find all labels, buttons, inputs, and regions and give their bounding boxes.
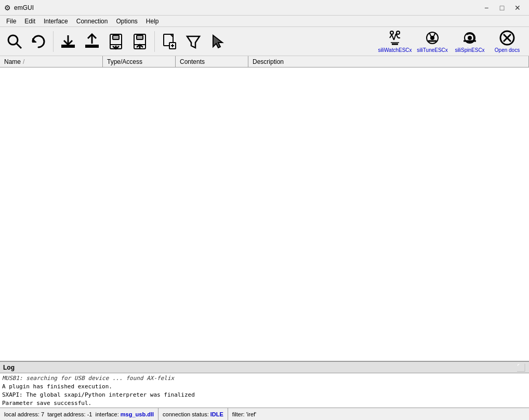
title-bar-title: emGUI <box>14 4 34 11</box>
sili-watch-escx-button[interactable]: siliWatchESCx <box>376 29 414 55</box>
toolbar-separator-2 <box>154 31 155 52</box>
open-docs-label: Open docs <box>495 47 520 53</box>
status-local-address: local address: 7 target address: -1 inte… <box>0 408 158 420</box>
menu-bar: FileEditInterfaceConnectionOptionsHelp <box>0 16 529 27</box>
status-bar: local address: 7 target address: -1 inte… <box>0 408 529 420</box>
new-file-button[interactable] <box>158 30 181 53</box>
menu-item-connection[interactable]: Connection <box>72 17 112 26</box>
sili-spin-escx-label: siliSpinESCx <box>455 47 484 53</box>
pointer-button[interactable] <box>206 30 229 53</box>
log-line: SXAPI: The global sxapi/Python interpret… <box>2 391 527 399</box>
log-expand-button[interactable]: ⬜ <box>515 362 526 373</box>
toolbar-separator-1 <box>53 31 54 52</box>
menu-item-file[interactable]: File <box>2 17 20 26</box>
sili-tune-escx-label: siliTuneESCx <box>417 47 448 53</box>
col-header-contents[interactable]: Contents <box>176 56 248 67</box>
svg-point-0 <box>8 35 18 45</box>
title-bar: ⚙ emGUI − □ ✕ <box>0 0 529 16</box>
log-line: A plugin has finished execution. <box>2 383 527 391</box>
log-title: Log <box>3 364 15 371</box>
open-docs-button[interactable]: Open docs <box>488 29 526 55</box>
maximize-button[interactable]: □ <box>495 2 509 13</box>
svg-line-31 <box>433 33 435 37</box>
svg-rect-8 <box>113 35 119 39</box>
col-header-description[interactable]: Description <box>248 56 529 67</box>
sili-spin-escx-button[interactable]: siliSpinESCx <box>451 29 488 55</box>
svg-rect-4 <box>85 45 99 48</box>
menu-item-edit[interactable]: Edit <box>20 17 39 26</box>
menu-item-help[interactable]: Help <box>142 17 163 26</box>
table-header: Name / Type/Access Contents Description <box>0 56 529 67</box>
log-content: MUSB1: searching for USB device ... foun… <box>0 373 529 408</box>
status-connection: connection status: IDLE <box>158 408 228 420</box>
log-panel: Log ⬜ MUSB1: searching for USB device ..… <box>0 361 529 408</box>
menu-item-options[interactable]: Options <box>112 17 141 26</box>
menu-item-interface[interactable]: Interface <box>39 17 72 26</box>
svg-point-32 <box>431 36 434 39</box>
svg-line-21 <box>392 35 394 40</box>
col-header-name[interactable]: Name / <box>0 56 103 67</box>
svg-marker-19 <box>187 36 200 48</box>
filter-button[interactable] <box>182 30 205 53</box>
title-bar-left: ⚙ emGUI <box>4 4 34 12</box>
col-header-type[interactable]: Type/Access <box>103 56 176 67</box>
flash-upload-button[interactable] <box>128 30 151 53</box>
sili-watch-escx-label: siliWatchESCx <box>378 47 412 53</box>
flash-download-button[interactable] <box>104 30 127 53</box>
toolbar-right: siliWatchESCx siliTuneESCx siliSpinESCx <box>376 29 526 55</box>
upload-button[interactable] <box>81 30 103 53</box>
svg-point-26 <box>396 31 400 34</box>
download-button[interactable] <box>57 30 80 53</box>
refresh-button[interactable] <box>27 30 50 53</box>
svg-rect-12 <box>137 35 143 39</box>
status-filter: filter: 'iref' <box>228 408 260 420</box>
sili-tune-escx-button[interactable]: siliTuneESCx <box>414 29 451 55</box>
minimize-button[interactable]: − <box>479 2 494 13</box>
toolbar: siliWatchESCx siliTuneESCx siliSpinESCx <box>0 27 529 56</box>
main-area: Name / Type/Access Contents Description <box>0 56 529 361</box>
log-header: Log ⬜ <box>0 362 529 373</box>
app-icon: ⚙ <box>4 4 11 12</box>
table-body <box>0 67 529 361</box>
search-button[interactable] <box>3 30 26 53</box>
svg-point-25 <box>390 31 393 34</box>
log-line: MUSB1: searching for USB device ... foun… <box>2 374 527 383</box>
close-button[interactable]: ✕ <box>510 2 525 13</box>
svg-line-30 <box>429 33 431 37</box>
svg-line-22 <box>394 34 396 40</box>
svg-line-1 <box>17 44 21 48</box>
title-bar-controls: − □ ✕ <box>479 2 525 13</box>
log-line: Parameter save successful. <box>2 399 527 408</box>
svg-point-36 <box>468 36 471 39</box>
